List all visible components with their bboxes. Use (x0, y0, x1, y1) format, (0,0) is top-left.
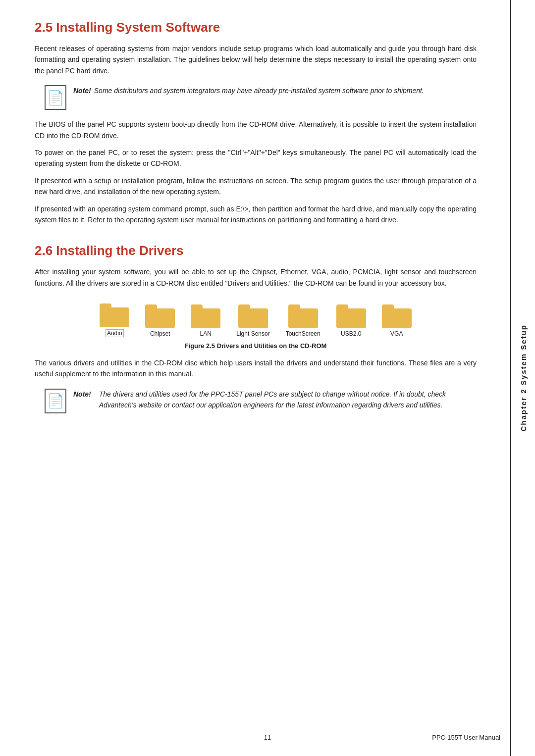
folder-label: VGA (390, 330, 403, 337)
footer-page: 11 (264, 734, 271, 741)
section-25-para3: To power on the panel PC, or to reset th… (35, 147, 477, 169)
section-26-para2: The various drivers and utilities in the… (35, 357, 477, 380)
folder-icon (145, 304, 175, 328)
folders-row: AudioChipsetLANLight SensorTouchScreenUS… (35, 303, 477, 337)
folder-item: VGA (382, 304, 412, 337)
folder-icon (191, 304, 220, 328)
note-text-2: The drivers and utilities used for the P… (99, 389, 477, 411)
folder-label: LAN (200, 330, 212, 337)
folder-item: LAN (191, 304, 220, 337)
folder-item: Audio (100, 303, 129, 337)
page: 2.5 Installing System Software Recent re… (0, 0, 535, 756)
note-label-2: Note! (73, 389, 91, 400)
note-text-1: Some distributors and system integrators… (94, 85, 424, 96)
note-content-1: Note! Some distributors and system integ… (73, 85, 424, 98)
folder-label: TouchScreen (286, 330, 321, 337)
note-icon-2 (45, 389, 66, 413)
main-content: 2.5 Installing System Software Recent re… (0, 0, 511, 756)
section-26-para1: After installing your system software, y… (35, 266, 477, 289)
chapter-label: Chapter 2 System Setup (519, 324, 528, 432)
folder-label: Light Sensor (236, 330, 269, 337)
folder-item: TouchScreen (286, 304, 321, 337)
footer-manual: PPC-155T User Manual (432, 734, 500, 741)
folder-label: Chipset (150, 330, 170, 337)
note-content-2: Note! The drivers and utilities used for… (73, 389, 477, 413)
note-label-1: Note! (73, 85, 91, 96)
note-inline-2: Note! The drivers and utilities used for… (73, 389, 477, 411)
folder-icon (336, 304, 366, 328)
note-icon-1 (45, 85, 66, 110)
section-25-para1: Recent releases of operating systems fro… (35, 43, 477, 76)
folder-icon (238, 304, 268, 328)
folder-item: Light Sensor (236, 304, 269, 337)
folder-item: Chipset (145, 304, 175, 337)
section-25-para4: If presented with a setup or installatio… (35, 175, 477, 198)
folder-icon (382, 304, 412, 328)
folder-label: Audio (106, 329, 124, 337)
folder-item: USB2.0 (336, 304, 366, 337)
section-25-heading: 2.5 Installing System Software (35, 20, 477, 35)
note-inline-1: Note! Some distributors and system integ… (73, 85, 424, 96)
section-26-heading: 2.6 Installing the Drivers (35, 243, 477, 258)
section-25-para5: If presented with an operating system co… (35, 203, 477, 226)
note-box-2: Note! The drivers and utilities used for… (45, 389, 477, 413)
section-25-para2: The BIOS of the panel PC supports system… (35, 119, 477, 141)
note-box-1: Note! Some distributors and system integ… (45, 85, 477, 110)
side-tab: Chapter 2 System Setup (511, 0, 535, 756)
folder-icon (100, 303, 129, 327)
folder-icon (288, 304, 318, 328)
footer: 11 PPC-155T User Manual (0, 734, 535, 741)
folder-label: USB2.0 (341, 330, 361, 337)
figure-caption: Figure 2.5 Drivers and Utilities on the … (35, 342, 477, 350)
